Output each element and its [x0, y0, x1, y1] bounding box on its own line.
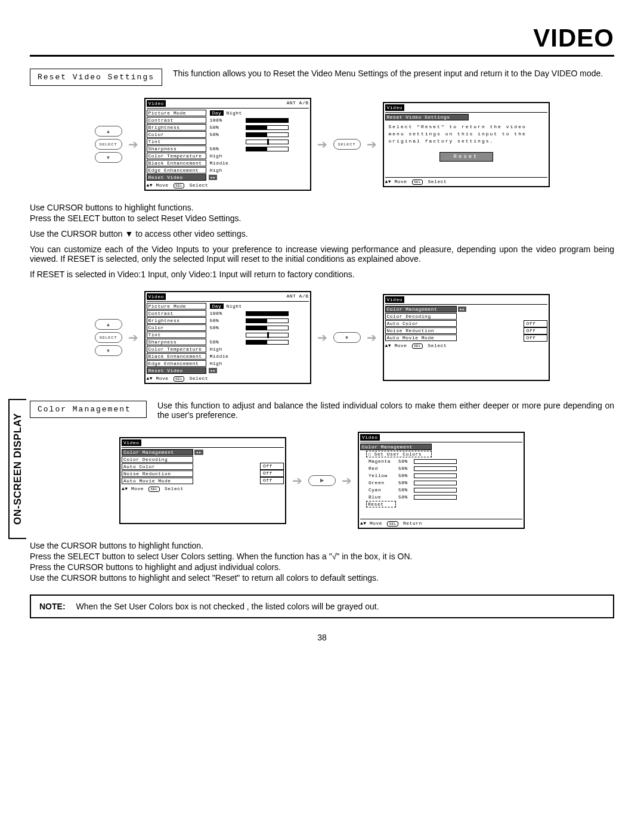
up-button[interactable]: ▲: [95, 319, 122, 330]
osd-user-colors: VideoColor Management☐ Set User ColorsMa…: [358, 432, 525, 529]
instruction-text: You can customize each of the Video Inpu…: [30, 244, 614, 264]
arrow-icon: ➔: [317, 330, 327, 345]
select-button[interactable]: SELECT: [95, 139, 122, 150]
reset-video-section: Reset Video Settings This function allow…: [30, 69, 614, 86]
page-title: VIDEO: [30, 24, 614, 57]
right-button[interactable]: ▶: [308, 475, 336, 486]
osd-video-menu: VideoANT A/BPicture ModeDayNightContrast…: [144, 291, 311, 384]
color-mgmt-section: Color Management Use this function to ad…: [30, 401, 614, 420]
osd-video-menu: VideoANT A/BPicture ModeDayNightContrast…: [144, 98, 311, 191]
reset-video-label: Reset Video Settings: [30, 69, 162, 86]
up-button[interactable]: ▲: [95, 126, 122, 137]
instruction-text: Use the CURSOR buttons to highlight func…: [30, 541, 614, 550]
select-button[interactable]: SELECT: [95, 332, 122, 343]
instruction-text: Use CURSOR buttons to highlight function…: [30, 203, 614, 212]
down-button[interactable]: ▼: [95, 152, 122, 163]
osd-color-mgmt-menu: VideoColor Management◂▸Color DecodingAut…: [383, 294, 550, 381]
note-text: When the Set User Colors box is not chec…: [76, 602, 379, 611]
diagram-reset-1: ▲ SELECT ▼ ➔ VideoANT A/BPicture ModeDay…: [30, 98, 614, 191]
arrow-icon: ➔: [367, 330, 377, 345]
instruction-text: Press the SELECT button to select User C…: [30, 552, 614, 561]
osd-reset-panel: VideoReset Video SettingsSelect "Reset" …: [383, 102, 550, 187]
instruction-text: Press the CURSOR buttons to highlight an…: [30, 562, 614, 572]
color-mgmt-desc: Use this function to adjust and balance …: [157, 401, 614, 420]
arrow-icon: ➔: [342, 473, 352, 488]
remote-nav: ▲ SELECT ▼: [95, 126, 122, 163]
remote-nav: ▲ SELECT ▼: [95, 319, 122, 356]
arrow-icon: ➔: [367, 137, 377, 151]
side-tab: ON-SCREEN DISPLAY: [8, 399, 26, 539]
diagram-color-mgmt: VideoColor Management◂▸Color DecodingAut…: [30, 432, 614, 529]
arrow-icon: ➔: [317, 137, 327, 151]
note-label: NOTE:: [39, 602, 66, 611]
arrow-icon: ➔: [128, 137, 138, 151]
instruction-text: If RESET is selected in Video:1 Input, o…: [30, 270, 614, 279]
select-button[interactable]: SELECT: [333, 139, 361, 150]
note-box: NOTE: When the Set User Colors box is no…: [30, 594, 614, 618]
arrow-icon: ➔: [292, 473, 302, 488]
instruction-text: Use the CURSOR buttons to highlight and …: [30, 573, 614, 583]
down-button[interactable]: ▼: [333, 332, 361, 343]
arrow-icon: ➔: [128, 330, 138, 345]
page-number: 38: [30, 633, 614, 642]
color-mgmt-label: Color Management: [30, 401, 147, 418]
instruction-text: Use the CURSOR button ▼ to access other …: [30, 229, 614, 239]
down-button[interactable]: ▼: [95, 345, 122, 356]
diagram-reset-2: ▲ SELECT ▼ ➔ VideoANT A/BPicture ModeDay…: [30, 291, 614, 384]
instruction-text: Press the SELECT button to select Reset …: [30, 213, 614, 223]
osd-color-mgmt-menu: VideoColor Management◂▸Color DecodingAut…: [119, 437, 286, 524]
reset-video-desc: This function allows you to Reset the Vi…: [173, 69, 603, 78]
